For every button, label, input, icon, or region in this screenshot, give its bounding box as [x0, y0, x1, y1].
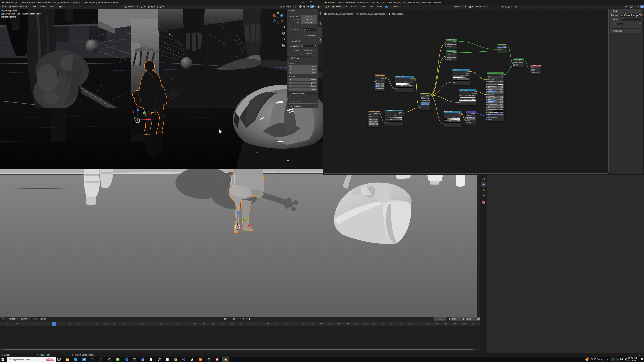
- svg-text:GAMES: GAMES: [133, 360, 136, 360]
- svg-text:C:\_: C:\_: [91, 358, 94, 360]
- svg-text:Y: Y: [278, 12, 278, 14]
- svg-text:EPIC: EPIC: [133, 358, 136, 359]
- svg-text:1: 1: [588, 358, 588, 359]
- svg-text:Z: Z: [281, 14, 282, 16]
- svg-text:C:\_: C:\_: [100, 358, 103, 360]
